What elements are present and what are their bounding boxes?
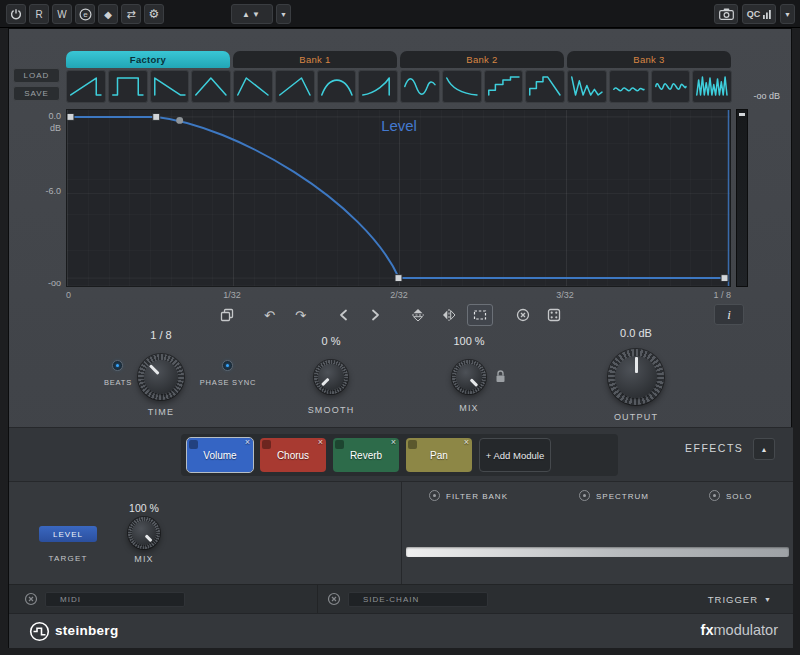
switch-ab-button[interactable]: ⇄	[121, 4, 141, 24]
wave-preset-steps-peak[interactable]	[525, 70, 565, 103]
pulse-icon	[113, 78, 143, 95]
phase-sync-radio[interactable]	[222, 360, 233, 371]
curve-node-handle[interactable]	[721, 275, 728, 282]
snapshot-button[interactable]	[714, 4, 738, 24]
module-detail-panel: 100 % MIX LEVEL TARGET FILTER BANK SPECT…	[9, 481, 793, 584]
wave-preset-spikes-decay[interactable]	[567, 70, 607, 103]
randomize-button[interactable]	[541, 304, 567, 326]
window-menu-button[interactable]: ▼	[780, 4, 795, 24]
module-state-icon[interactable]	[189, 440, 198, 449]
smooth-knob[interactable]	[314, 360, 348, 394]
output-knob[interactable]	[608, 349, 664, 405]
module-chip-reverb[interactable]: × Reverb	[333, 438, 399, 472]
module-chip-volume[interactable]: × Volume	[187, 438, 253, 472]
close-icon[interactable]: ×	[391, 438, 396, 447]
wave-preset-saw-down[interactable]	[150, 70, 190, 103]
wave-preset-triangle[interactable]	[191, 70, 231, 103]
effects-collapse-button[interactable]: ▲	[753, 438, 775, 460]
curve-shape-handle[interactable]	[176, 117, 183, 124]
chevron-right-icon	[368, 308, 382, 322]
wave-preset-curve-decay[interactable]	[442, 70, 482, 103]
spectrum-radio-icon[interactable]	[579, 490, 590, 501]
level-curve[interactable]	[67, 117, 728, 278]
beats-radio[interactable]	[112, 360, 123, 371]
redo-button[interactable]: ↷	[288, 304, 314, 326]
sidechain-clear-button[interactable]	[327, 592, 341, 606]
add-module-button[interactable]: + Add Module	[479, 438, 551, 472]
x-tick-1-32: 1/32	[217, 290, 247, 300]
mix-knob[interactable]	[452, 360, 486, 394]
copy-pattern-button[interactable]	[214, 304, 240, 326]
shift-left-button[interactable]	[331, 304, 357, 326]
filter-bank-radio-icon[interactable]	[429, 490, 440, 501]
save-button[interactable]: SAVE	[13, 86, 60, 101]
module-mix-knob[interactable]	[128, 517, 160, 549]
module-chip-chorus[interactable]: × Chorus	[260, 438, 326, 472]
bank-tab-1[interactable]: Bank 1	[233, 51, 397, 68]
trigger-menu[interactable]: TRIGGER	[688, 594, 758, 605]
qc-label: QC	[747, 9, 761, 19]
wave-preset-triangle-right[interactable]	[275, 70, 315, 103]
wave-preset-triangle-left[interactable]	[233, 70, 273, 103]
module-name: Reverb	[350, 450, 382, 461]
midi-input-slot[interactable]: MIDI	[45, 592, 185, 607]
wave-preset-curve-up-drop[interactable]	[358, 70, 398, 103]
wave-preset-spikes-dense[interactable]	[692, 70, 732, 103]
sidechain-input-slot[interactable]: SIDE-CHAIN	[348, 592, 488, 607]
flip-horizontal-button[interactable]	[436, 304, 462, 326]
bypass-button[interactable]	[6, 4, 26, 24]
curve-node-handle[interactable]	[67, 113, 74, 120]
preset-menu-button[interactable]: ▼	[276, 4, 291, 24]
wave-preset-steps-up[interactable]	[484, 70, 524, 103]
module-state-icon[interactable]	[262, 440, 271, 449]
wave-preset-wiggle[interactable]	[651, 70, 691, 103]
quick-controls-button[interactable]: QC	[742, 4, 776, 24]
wave-preset-saw-up[interactable]	[66, 70, 106, 103]
close-icon[interactable]: ×	[245, 438, 250, 447]
filter-bank-option[interactable]: FILTER BANK	[446, 492, 508, 501]
lock-icon[interactable]	[495, 369, 506, 383]
bank-tab-2[interactable]: Bank 2	[400, 51, 564, 68]
curve-canvas[interactable]: Level	[67, 110, 730, 286]
module-state-icon[interactable]	[408, 440, 417, 449]
chevron-down-icon[interactable]: ▼	[764, 596, 771, 603]
select-tool-button[interactable]	[467, 304, 493, 326]
wave-preset-wiggle-small[interactable]	[609, 70, 649, 103]
time-knob[interactable]	[138, 354, 184, 400]
settings-button[interactable]: ⚙	[144, 4, 164, 24]
close-icon[interactable]: ×	[464, 438, 469, 447]
module-state-icon[interactable]	[335, 440, 344, 449]
x-axis: 0 1/32 2/32 3/32 1 / 8	[66, 290, 731, 302]
preset-prev-next-button[interactable]: ▲▼	[231, 4, 273, 24]
bank-tab-3[interactable]: Bank 3	[567, 51, 731, 68]
wave-preset-sine-bump[interactable]	[317, 70, 357, 103]
edit-button[interactable]: e	[75, 4, 95, 24]
solo-radio-icon[interactable]	[709, 490, 720, 501]
info-button[interactable]: i	[714, 304, 744, 325]
filter-band-display[interactable]	[406, 547, 789, 557]
undo-button[interactable]: ↶	[257, 304, 283, 326]
wave-preset-sine[interactable]	[400, 70, 440, 103]
spectrum-option[interactable]: SPECTRUM	[596, 492, 649, 501]
wave-preset-pulse[interactable]	[108, 70, 148, 103]
clear-pattern-button[interactable]	[510, 304, 536, 326]
curve-node-handle[interactable]	[395, 275, 402, 282]
solo-option[interactable]: SOLO	[726, 492, 752, 501]
read-automation-button[interactable]: R	[29, 4, 49, 24]
time-label: TIME	[126, 407, 196, 417]
load-button[interactable]: LOAD	[13, 68, 60, 83]
bank-tab-factory[interactable]: Factory	[66, 51, 230, 68]
curve-node-handle[interactable]	[153, 113, 160, 120]
compare-button[interactable]: ◆	[98, 4, 118, 24]
smooth-value: 0 %	[291, 335, 371, 347]
knob-pointer	[307, 353, 355, 401]
shift-right-button[interactable]	[362, 304, 388, 326]
target-select-button[interactable]: LEVEL	[39, 526, 97, 542]
midi-clear-button[interactable]	[24, 592, 38, 606]
write-automation-button[interactable]: W	[52, 4, 72, 24]
module-chain: × Volume × Chorus × Reverb × Pan	[181, 434, 618, 476]
curve-editor[interactable]: Level	[66, 109, 731, 287]
flip-vertical-button[interactable]	[405, 304, 431, 326]
close-icon[interactable]: ×	[318, 438, 323, 447]
module-chip-pan[interactable]: × Pan	[406, 438, 472, 472]
